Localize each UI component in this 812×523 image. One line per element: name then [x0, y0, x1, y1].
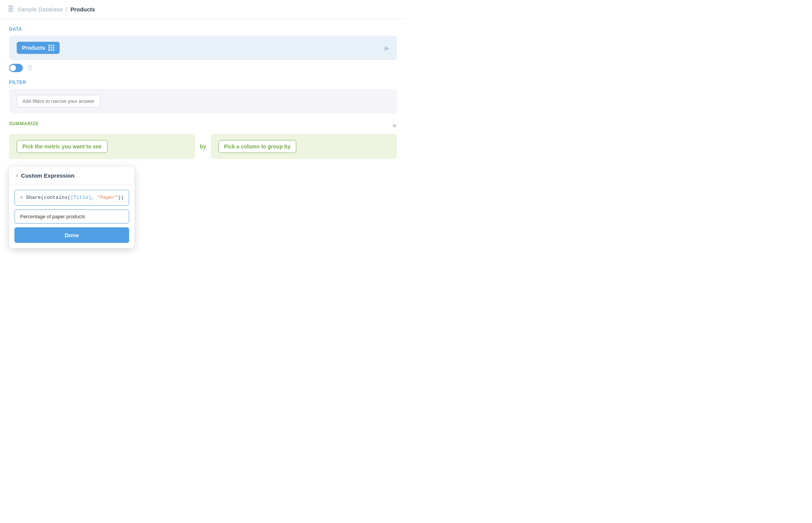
filter-section-label: Filter	[9, 80, 397, 85]
expr-fn-close: ))	[118, 195, 124, 200]
products-button-label: Products	[22, 45, 45, 51]
summarize-left: Pick the metric you want to see	[9, 134, 195, 159]
summarize-row: Pick the metric you want to see by Pick …	[9, 134, 397, 159]
database-name: Sample Database	[17, 6, 63, 13]
expr-field: [Title]	[71, 195, 92, 200]
filter-section: Filter Add filters to narrow your answer	[9, 80, 397, 113]
by-label: by	[200, 143, 206, 150]
groupby-button[interactable]: Pick a column to group by	[218, 140, 296, 153]
products-button[interactable]: Products	[17, 42, 60, 54]
summarize-right: Pick a column to group by	[211, 134, 397, 159]
expression-box[interactable]: = Share(contains([Title], "Paper"))	[14, 190, 129, 206]
main-content: Data Products ▶ ⠿ Filter Add filters to …	[0, 19, 406, 174]
toggle-button[interactable]	[9, 64, 23, 72]
breadcrumb-separator: /	[66, 6, 67, 13]
header: 🗄 Sample Database / Products	[0, 0, 406, 19]
summarize-header: Summarize ✕	[9, 121, 397, 130]
filter-box: Add filters to narrow your answer	[9, 89, 397, 113]
data-box: Products ▶	[9, 36, 397, 60]
dots-icon[interactable]: ⠿	[27, 64, 32, 72]
add-filter-button[interactable]: Add filters to narrow your answer	[17, 95, 100, 107]
data-section: Data Products ▶ ⠿	[9, 27, 397, 72]
expr-fn-open: Share(contains(	[26, 195, 71, 200]
expression-name-input[interactable]	[14, 210, 129, 224]
toggle-row: ⠿	[9, 64, 397, 72]
summarize-section: Summarize ✕ Pick the metric you want to …	[9, 121, 397, 159]
grid-icon	[48, 45, 54, 51]
expr-comma: ,	[91, 195, 97, 200]
popup-header: ‹ Custom Expression	[9, 167, 134, 184]
data-section-label: Data	[9, 27, 397, 32]
expr-equals: =	[20, 195, 26, 200]
summarize-section-label: Summarize	[9, 121, 39, 126]
table-name: Products	[70, 6, 95, 13]
done-button[interactable]: Done	[14, 227, 129, 243]
expr-string: "Paper"	[97, 195, 118, 200]
metric-button[interactable]: Pick the metric you want to see	[17, 140, 107, 153]
back-arrow-icon[interactable]: ‹	[16, 172, 18, 179]
play-icon[interactable]: ▶	[385, 44, 389, 52]
custom-expression-popup: ‹ Custom Expression = Share(contains([Ti…	[9, 167, 134, 248]
database-icon: 🗄	[8, 5, 14, 13]
close-icon[interactable]: ✕	[392, 122, 397, 129]
popup-title: Custom Expression	[21, 172, 74, 179]
